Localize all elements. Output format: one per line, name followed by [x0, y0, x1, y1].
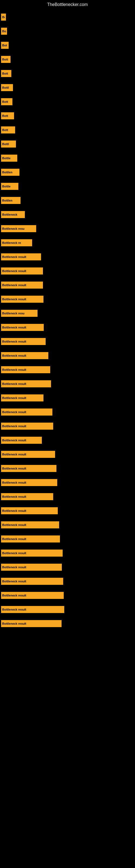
- bar-row-17: Bottleneck result: [0, 248, 135, 262]
- bar-1: Bo: [1, 28, 7, 35]
- bar-row-43: Bottleneck result: [0, 615, 135, 629]
- bar-label-0: Bo: [2, 16, 5, 19]
- bar-label-16: Bottleneck re: [2, 241, 21, 244]
- bar-row-22: Bottleneck result: [0, 318, 135, 333]
- bar-43: Bottleneck result: [1, 620, 61, 627]
- bar-label-6: Bott: [2, 100, 8, 103]
- bar-41: Bottleneck result: [1, 592, 64, 599]
- bar-row-27: Bottleneck result: [0, 389, 135, 403]
- bar-32: Bottleneck result: [1, 465, 56, 472]
- bar-label-15: Bottleneck resu: [2, 227, 25, 230]
- bar-label-10: Bottle: [2, 156, 10, 160]
- bar-row-40: Bottleneck result: [0, 572, 135, 586]
- bar-row-24: Bottleneck result: [0, 347, 135, 361]
- bar-label-21: Bottleneck resu: [2, 312, 25, 315]
- bar-row-16: Bottleneck re: [0, 234, 135, 248]
- bars-container: BoBoBotBottBottBottlBottBottBottBottlBot…: [0, 8, 135, 629]
- bar-8: Bott: [1, 126, 15, 133]
- bar-row-10: Bottle: [0, 149, 135, 163]
- bar-28: Bottleneck result: [1, 408, 52, 415]
- bar-label-30: Bottleneck result: [2, 439, 26, 442]
- bar-3: Bott: [1, 56, 10, 63]
- bar-label-14: Bottleneck: [2, 213, 17, 216]
- bar-42: Bottleneck result: [1, 606, 64, 613]
- bar-row-7: Bott: [0, 107, 135, 121]
- bar-label-4: Bott: [2, 72, 8, 75]
- bar-label-34: Bottleneck result: [2, 495, 26, 498]
- bar-label-42: Bottleneck result: [2, 608, 26, 611]
- bar-12: Bottle: [1, 183, 18, 190]
- site-title: TheBottlenecker.com: [0, 0, 135, 8]
- bar-22: Bottleneck result: [1, 324, 44, 331]
- bar-label-32: Bottleneck result: [2, 467, 26, 470]
- bar-40: Bottleneck result: [1, 578, 63, 585]
- bar-row-8: Bott: [0, 121, 135, 135]
- bar-label-35: Bottleneck result: [2, 509, 26, 513]
- bar-row-2: Bot: [0, 36, 135, 51]
- bar-21: Bottleneck resu: [1, 310, 38, 317]
- bar-label-13: Bottlen: [2, 199, 12, 202]
- bar-label-29: Bottleneck result: [2, 425, 26, 428]
- bar-label-20: Bottleneck result: [2, 298, 26, 301]
- bar-38: Bottleneck result: [1, 550, 63, 557]
- bar-row-36: Bottleneck result: [0, 516, 135, 530]
- bar-15: Bottleneck resu: [1, 225, 36, 232]
- bar-row-0: Bo: [0, 8, 135, 22]
- bar-label-27: Bottleneck result: [2, 396, 26, 400]
- bar-row-33: Bottleneck result: [0, 474, 135, 488]
- bar-7: Bott: [1, 112, 14, 119]
- bar-17: Bottleneck result: [1, 253, 41, 260]
- bar-2: Bot: [1, 42, 9, 49]
- bar-row-42: Bottleneck result: [0, 600, 135, 615]
- bar-row-35: Bottleneck result: [0, 502, 135, 516]
- bar-label-2: Bot: [2, 44, 7, 47]
- bar-row-19: Bottleneck result: [0, 276, 135, 290]
- bar-label-40: Bottleneck result: [2, 580, 26, 583]
- bar-label-22: Bottleneck result: [2, 326, 26, 329]
- bar-row-9: Bottl: [0, 135, 135, 149]
- bar-row-5: Bottl: [0, 79, 135, 93]
- bar-row-1: Bo: [0, 22, 135, 36]
- bar-row-39: Bottleneck result: [0, 558, 135, 572]
- bar-19: Bottleneck result: [1, 282, 43, 289]
- bar-39: Bottleneck result: [1, 564, 62, 571]
- bar-row-29: Bottleneck result: [0, 417, 135, 431]
- bar-label-19: Bottleneck result: [2, 283, 26, 287]
- bar-29: Bottleneck result: [1, 423, 53, 430]
- bar-label-5: Bottl: [2, 86, 9, 89]
- bar-label-26: Bottleneck result: [2, 382, 26, 385]
- bar-row-14: Bottleneck: [0, 206, 135, 220]
- bar-label-1: Bo: [2, 30, 6, 33]
- bar-5: Bottl: [1, 84, 13, 91]
- bar-row-15: Bottleneck resu: [0, 220, 135, 234]
- bar-14: Bottleneck: [1, 211, 25, 218]
- bar-label-43: Bottleneck result: [2, 622, 26, 625]
- bar-6: Bott: [1, 98, 12, 105]
- bar-row-38: Bottleneck result: [0, 544, 135, 558]
- bar-0: Bo: [1, 13, 6, 21]
- bar-13: Bottlen: [1, 197, 20, 204]
- bar-35: Bottleneck result: [1, 507, 58, 514]
- bar-label-12: Bottle: [2, 185, 10, 188]
- bar-row-13: Bottlen: [0, 191, 135, 206]
- bar-11: Bottlen: [1, 169, 19, 176]
- bar-label-11: Bottlen: [2, 170, 12, 174]
- bar-33: Bottleneck result: [1, 479, 57, 486]
- bar-row-11: Bottlen: [0, 163, 135, 177]
- bar-label-37: Bottleneck result: [2, 537, 26, 540]
- bar-row-18: Bottleneck result: [0, 262, 135, 276]
- bar-row-3: Bott: [0, 51, 135, 65]
- bar-row-21: Bottleneck resu: [0, 304, 135, 318]
- bar-row-6: Bott: [0, 93, 135, 107]
- bar-label-7: Bott: [2, 114, 8, 118]
- bar-label-9: Bottl: [2, 143, 9, 146]
- bar-9: Bottl: [1, 141, 16, 148]
- bar-label-33: Bottleneck result: [2, 481, 26, 484]
- bar-label-38: Bottleneck result: [2, 552, 26, 555]
- bar-30: Bottleneck result: [1, 437, 42, 444]
- bar-label-3: Bott: [2, 58, 8, 61]
- bar-label-18: Bottleneck result: [2, 269, 26, 273]
- bar-20: Bottleneck result: [1, 296, 43, 303]
- bar-row-23: Bottleneck result: [0, 333, 135, 347]
- bar-row-26: Bottleneck result: [0, 375, 135, 389]
